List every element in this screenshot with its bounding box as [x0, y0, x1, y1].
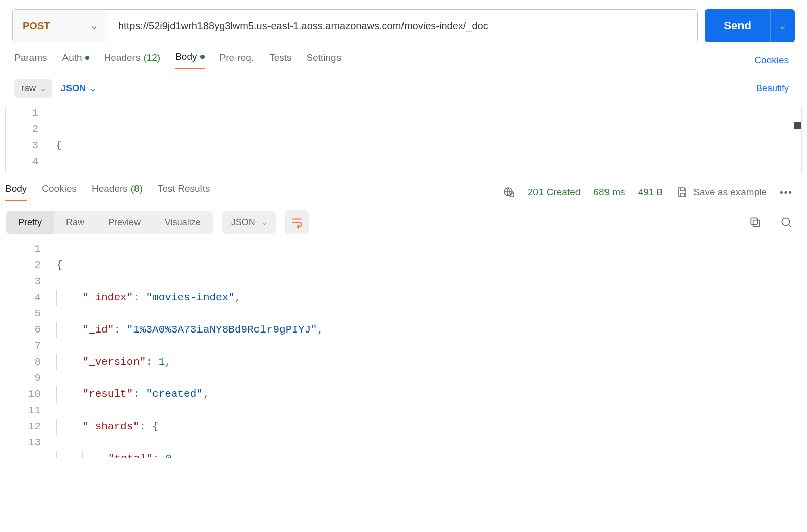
search-icon[interactable]	[780, 216, 793, 229]
http-method-label: POST	[23, 20, 50, 32]
line-gutter: 1 2 3 4 5 6 7 8 9 10 11 12 13	[5, 241, 50, 458]
send-group: Send ⌵	[705, 9, 795, 42]
view-visualize[interactable]: Visualize	[153, 211, 213, 234]
tab-body[interactable]: Body	[175, 51, 204, 69]
line-gutter: 1 2 3 4	[6, 105, 48, 174]
status-dot-icon	[85, 56, 89, 60]
copy-icon[interactable]	[749, 216, 762, 229]
response-size: 491 B	[638, 187, 663, 198]
chevron-down-icon: ⌵	[780, 21, 785, 31]
response-right-icons	[749, 216, 793, 229]
chevron-down-icon: ⌵	[41, 85, 45, 93]
resp-tab-body[interactable]: Body	[5, 183, 27, 201]
tab-settings[interactable]: Settings	[307, 52, 342, 69]
resp-tab-cookies[interactable]: Cookies	[42, 183, 77, 201]
status-dot-icon	[200, 55, 205, 59]
resp-tab-tests[interactable]: Test Results	[158, 183, 210, 201]
send-button[interactable]: Send	[705, 9, 771, 42]
http-method-select[interactable]: POST ⌵	[13, 10, 107, 42]
request-tabs: Params Auth Headers (12) Body Pre-req. T…	[0, 47, 807, 69]
tab-headers[interactable]: Headers (12)	[104, 52, 161, 69]
send-dropdown[interactable]: ⌵	[771, 9, 795, 42]
method-url-box: POST ⌵	[12, 9, 698, 42]
response-meta: 201 Created 689 ms 491 B Save as example…	[503, 186, 793, 198]
cookies-link[interactable]: Cookies	[754, 55, 793, 66]
tab-prereq[interactable]: Pre-req.	[220, 52, 254, 69]
line-wrap-toggle[interactable]	[285, 210, 309, 234]
response-language-select[interactable]: JSON ⌵	[222, 211, 276, 234]
tab-params[interactable]: Params	[14, 52, 47, 69]
svg-rect-3	[751, 218, 757, 224]
resp-tab-headers[interactable]: Headers (8)	[92, 183, 143, 201]
svg-point-4	[782, 218, 789, 225]
response-tabs: Body Cookies Headers (8) Test Results	[5, 183, 210, 201]
beautify-link[interactable]: Beautify	[756, 83, 793, 94]
save-icon	[676, 186, 688, 198]
view-pretty[interactable]: Pretty	[6, 211, 54, 234]
chevron-down-icon: ⌵	[92, 21, 97, 31]
body-language-json[interactable]: JSON ⌵	[61, 83, 95, 94]
response-header: Body Cookies Headers (8) Test Results 20…	[0, 174, 807, 201]
save-as-example[interactable]: Save as example	[676, 186, 767, 198]
chevron-down-icon: ⌵	[262, 218, 266, 226]
url-input[interactable]	[107, 10, 697, 42]
view-raw[interactable]: Raw	[54, 211, 96, 234]
request-body-editor[interactable]: 1 2 3 4 { ··"title":·"Shawshank Redempti…	[5, 105, 802, 174]
tab-tests[interactable]: Tests	[269, 52, 291, 69]
code-area[interactable]: { ··"title":·"Shawshank Redemption" }	[56, 105, 801, 174]
response-view-segments: Pretty Raw Preview Visualize	[6, 211, 213, 234]
body-type-row: raw ⌵ JSON ⌵ Beautify	[0, 69, 807, 105]
wrap-icon	[290, 216, 303, 229]
code-area[interactable]: { "_index": "movies-index", "_id": "1%3A…	[56, 241, 802, 458]
status-code: 201 Created	[528, 187, 581, 198]
svg-rect-2	[753, 220, 760, 227]
globe-lock-icon	[503, 186, 515, 198]
body-format-raw[interactable]: raw ⌵	[14, 79, 52, 98]
response-time: 689 ms	[593, 187, 625, 198]
tab-auth[interactable]: Auth	[62, 52, 89, 69]
response-toolbar: Pretty Raw Preview Visualize JSON ⌵	[0, 201, 807, 241]
request-bar: POST ⌵ Send ⌵	[0, 0, 807, 47]
response-body-editor[interactable]: 1 2 3 4 5 6 7 8 9 10 11 12 13 { "_index"…	[5, 241, 802, 458]
more-menu[interactable]: •••	[780, 187, 793, 198]
view-preview[interactable]: Preview	[96, 211, 153, 234]
chevron-down-icon: ⌵	[91, 85, 95, 93]
